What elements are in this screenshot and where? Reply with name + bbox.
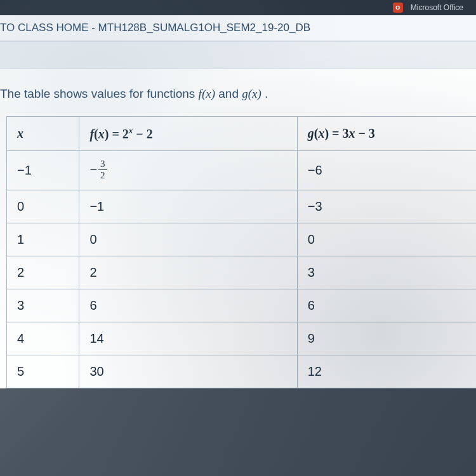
cell-x: 2 [7,256,79,289]
office-icon: O [393,3,403,13]
cell-f: −32 [79,150,297,190]
cell-g: −3 [297,190,476,223]
table-row: 4 14 9 [7,322,477,355]
cell-g: 6 [297,289,476,322]
cell-x: 5 [7,355,79,388]
question-prompt: The table shows values for functions f(x… [0,87,476,116]
table-row: 0 −1 −3 [7,190,477,223]
prompt-suffix: . [261,87,268,100]
table-row: 5 30 12 [7,355,477,388]
header-x: x [7,117,79,151]
table-row: 2 2 3 [7,256,477,289]
cell-x: 1 [7,223,79,256]
cell-x: 0 [7,190,79,223]
question-panel: The table shows values for functions f(x… [0,69,476,388]
window-top-bar: O Microsoft Office [0,0,476,15]
table-body: −1 −32 −6 0 −1 −3 1 0 0 2 2 3 3 6 [7,150,477,388]
prompt-g: g(x) [242,87,261,100]
cell-x: −1 [7,150,79,190]
breadcrumb-text: TO CLASS HOME - MTH128B_SUMALG1OH_SEM2_1… [0,22,310,34]
function-values-table: x f(x) = 2x − 2 g(x) = 3x − 3 −1 −32 −6 … [6,116,476,388]
cell-f: 0 [79,223,297,256]
table-row: 1 0 0 [7,223,477,256]
table-header-row: x f(x) = 2x − 2 g(x) = 3x − 3 [7,117,477,151]
toolbar-spacer [0,41,476,69]
cell-f: −1 [79,190,297,223]
cell-g: 0 [297,223,476,256]
office-label: Microsoft Office [411,3,463,12]
cell-g: 12 [297,355,476,388]
header-f: f(x) = 2x − 2 [79,117,297,151]
header-g: g(x) = 3x − 3 [297,117,476,151]
cell-f: 30 [79,355,297,388]
table-row: −1 −32 −6 [7,150,477,190]
cell-g: 9 [297,322,476,355]
cell-f: 14 [79,322,297,355]
breadcrumb[interactable]: TO CLASS HOME - MTH128B_SUMALG1OH_SEM2_1… [0,15,476,41]
prompt-f: f(x) [199,87,215,100]
prompt-mid: and [215,87,242,100]
cell-f: 6 [79,289,297,322]
cell-x: 3 [7,289,79,322]
table-row: 3 6 6 [7,289,477,322]
cell-x: 4 [7,322,79,355]
cell-g: 3 [297,256,476,289]
cell-f: 2 [79,256,297,289]
prompt-prefix: The table shows values for functions [0,87,199,100]
cell-g: −6 [297,150,476,190]
